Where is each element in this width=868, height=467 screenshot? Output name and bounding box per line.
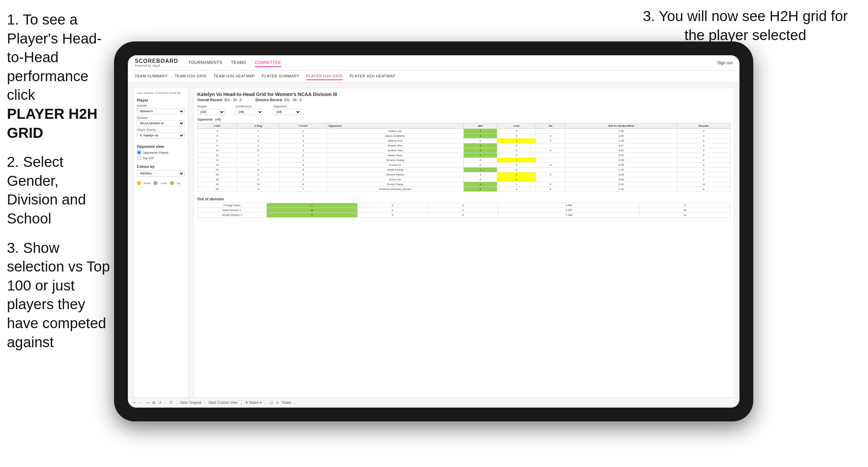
ood-rounds: 30: [640, 208, 730, 213]
cell-reg: 11: [237, 187, 280, 192]
ood-tie: 0: [428, 208, 498, 213]
tablet-screen: SCOREBOARD Powered by clippd TOURNAMENTS…: [128, 55, 739, 408]
cell-opponent: Emily Chang: [327, 182, 464, 187]
overall-record: Overall Record: 353 - 34 - 6: [197, 98, 242, 102]
cell-div: 19: [198, 182, 237, 187]
cell-diff: 4.00: [565, 148, 677, 153]
sub-nav-team-h2h-heatmap[interactable]: TEAM H2H HEATMAP: [214, 73, 255, 80]
toolbar-grid[interactable]: ⊞: [152, 401, 155, 404]
cell-loss: 0: [497, 148, 536, 153]
toolbar-view-original[interactable]: View: Original: [180, 401, 201, 404]
cell-win: 2: [464, 148, 497, 153]
division-label: Division: [137, 116, 185, 120]
left-panel: Last Updated: 27/03/2024 16:55:38 Player…: [133, 88, 188, 404]
nav-item-teams[interactable]: TEAMS: [231, 59, 246, 67]
cell-rounds: 6: [677, 187, 730, 192]
table-row: 20 11 7 Federica Domecq Lacroze 2 1 0 1.…: [198, 187, 730, 192]
ood-opponent: Foreign Team: [198, 203, 267, 208]
out-of-division-table: Foreign Team 1 0 0 4.500 2 NAIA Division…: [197, 203, 730, 218]
col-opponent: Opponent: [327, 123, 464, 129]
sub-nav: TEAM SUMMARY TEAM H2H GRID TEAM H2H HEAT…: [128, 70, 739, 83]
toolbar-square[interactable]: ⬜: [269, 401, 273, 404]
step1-text: 1. To see a Player's Head-to-Head perfor…: [7, 10, 111, 105]
cell-opponent: Andrea York: [327, 148, 464, 153]
cell-win: 2: [464, 163, 497, 168]
cell-loss: 0: [497, 153, 536, 158]
sign-out[interactable]: Sign out: [717, 60, 733, 65]
filter-opponent-label: Opponent: [273, 105, 301, 108]
out-of-division-row: NAIA Division 1 15 0 0 9.267 30: [198, 208, 730, 213]
ood-diff: 4.500: [498, 203, 640, 208]
division-record: Division Record: 331 - 34 - 6: [255, 98, 301, 102]
cell-loss: 2: [497, 172, 536, 177]
cell-opponent: Alexis Sudjianto: [327, 134, 464, 139]
sub-nav-player-h2h-heatmap[interactable]: PLAYER H2H HEATMAP: [350, 73, 395, 80]
sub-nav-team-h2h-grid[interactable]: TEAM H2H GRID: [175, 73, 207, 80]
radio-opponents-played[interactable]: Opponents Played: [137, 150, 185, 155]
cell-tie: [536, 168, 565, 172]
cell-diff: 1.33: [565, 187, 677, 192]
cell-tie: 0: [536, 182, 565, 187]
ood-loss: 0: [357, 203, 428, 208]
filter-region-select[interactable]: (All): [197, 109, 225, 115]
table-row: 3 1 1 Esther Lee 1 0 1.50 4: [198, 129, 730, 134]
step1-prefix: 1. To see a Player's Head-to-Head perfor…: [7, 11, 102, 103]
col-loss: Loss: [497, 123, 536, 129]
toolbar-refresh[interactable]: ↺: [159, 401, 161, 404]
cell-rounds: 11: [677, 182, 730, 187]
gender-select[interactable]: Women's: [137, 108, 185, 114]
toolbar-redo[interactable]: ↪: [146, 401, 149, 404]
cell-loss: 0: [497, 143, 536, 148]
division-select[interactable]: NCAA Division III: [137, 120, 185, 126]
ood-tie: 0: [428, 213, 498, 218]
ood-rounds: 2: [640, 203, 730, 208]
cell-tie: [536, 129, 565, 134]
colour-by-select[interactable]: Win/loss: [137, 170, 185, 177]
cell-rounds: 3: [677, 153, 730, 158]
logo-sub: Powered by clippd: [135, 64, 178, 68]
toolbar-menu[interactable]: ≡: [276, 401, 279, 404]
toolbar-share[interactable]: Share: [282, 401, 291, 404]
table-row: 18 2 2 Euna Lee 0 3 -5.00 2: [198, 177, 730, 182]
toolbar-undo[interactable]: ↩: [133, 401, 136, 404]
table-row: 14 7 4 Eunice Yi 2 2 0 0.38 9: [198, 163, 730, 168]
cell-div: 6: [198, 139, 237, 143]
nav-item-committee[interactable]: COMMITTEE: [255, 59, 281, 67]
ood-diff: 7.400: [498, 213, 640, 218]
legend-level-label: Level: [160, 182, 167, 185]
cell-diff: -0.94: [565, 172, 677, 177]
cell-diff: 1.50: [565, 129, 677, 134]
col-tie: Tie: [536, 123, 565, 129]
sub-nav-player-summary[interactable]: PLAYER SUMMARY: [262, 73, 299, 80]
cell-rounds: 3: [677, 143, 730, 148]
radio-top100[interactable]: Top 100: [137, 156, 185, 160]
cell-win: 1: [464, 153, 497, 158]
cell-win: 4: [464, 182, 497, 187]
filter-conference-select[interactable]: (All): [235, 109, 263, 115]
toolbar-watch[interactable]: 👁 Watch ▾: [245, 401, 262, 404]
ood-win: 5: [267, 213, 358, 218]
instructions-left: 1. To see a Player's Head-to-Head perfor…: [0, 0, 117, 372]
cell-diff: -5.00: [565, 177, 677, 182]
filter-region-group: Region (All): [197, 105, 225, 115]
sub-nav-team-summary[interactable]: TEAM SUMMARY: [135, 73, 168, 80]
toolbar-divider-4: [265, 400, 265, 406]
cell-div: 16: [198, 172, 237, 177]
table-row: 16 1 3 Jessica Mason 1 2 0 -0.94 7: [198, 172, 730, 177]
col-diff: Diff Av Strokes/Rnd: [565, 123, 677, 129]
cell-win: 1: [464, 143, 497, 148]
out-of-division-title: Out of division: [197, 197, 730, 201]
opponents-row: Opponents: (All): [197, 118, 730, 121]
toolbar-back[interactable]: ←: [139, 401, 143, 404]
filter-opponent-select[interactable]: (All): [273, 109, 301, 115]
cell-reg: 1: [237, 172, 280, 177]
cell-diff: 0.38: [565, 163, 677, 168]
toolbar-save-custom-view[interactable]: Save Custom View: [208, 401, 237, 404]
toolbar-timer[interactable]: ⏱: [169, 401, 173, 404]
nav-item-tournaments[interactable]: TOURNAMENTS: [189, 59, 223, 67]
cell-reg: 2: [237, 153, 280, 158]
tablet-device: SCOREBOARD Powered by clippd TOURNAMENTS…: [114, 41, 753, 421]
grid-title: Katelyn Vo Head-to-Head Grid for Women's…: [197, 92, 730, 97]
player-rank-select[interactable]: 8. Katelyn Vo: [137, 132, 185, 139]
sub-nav-player-h2h-grid[interactable]: PLAYER H2H GRID: [306, 73, 343, 80]
